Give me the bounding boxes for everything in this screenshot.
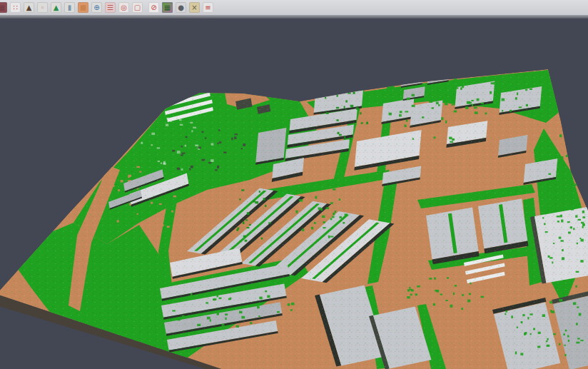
dem-surface-icon: ▲ (51, 2, 61, 13)
globe-icon[interactable]: ⊕ (91, 2, 102, 13)
tie-points-icon[interactable]: ∷ (10, 2, 21, 13)
application-window: ▦∷▲◦▲▮■⊕☰◎▢⊘▦●×≡ (0, 0, 588, 369)
project-icon: ▦ (0, 2, 7, 13)
target-circle-icon[interactable]: ◎ (118, 2, 129, 13)
measure-icon: × (189, 2, 200, 13)
globe-icon: ⊕ (91, 2, 102, 13)
tie-points-icon: ∷ (10, 2, 21, 13)
terrain-mound-icon: ▲ (24, 2, 34, 13)
attribute-table-icon: ☰ (105, 2, 116, 13)
flag-stripes-icon[interactable]: ≡ (203, 2, 213, 13)
toolbar-border (0, 15, 588, 19)
profile-panel-icon: ▮ (64, 2, 75, 13)
measure-icon[interactable]: × (189, 2, 200, 13)
clear-classification-icon: ⊘ (148, 2, 159, 13)
project-icon[interactable]: ▦ (0, 2, 7, 13)
profile-panel-icon[interactable]: ▮ (64, 2, 75, 13)
orthomosaic-icon: ■ (78, 2, 88, 13)
classification-colors-icon: ▦ (162, 2, 173, 13)
toolbar-icons: ▦∷▲◦▲▮■⊕☰◎▢⊘▦●×≡ (0, 2, 215, 13)
clear-classification-icon[interactable]: ⊘ (148, 2, 159, 13)
terrain-mound-icon[interactable]: ▲ (24, 2, 34, 13)
dem-surface-icon[interactable]: ▲ (51, 2, 61, 13)
marker-point-icon[interactable]: ◦ (37, 2, 48, 13)
classification-colors-icon[interactable]: ▦ (162, 2, 173, 13)
target-circle-icon: ◎ (118, 2, 129, 13)
selection-region-icon: ▢ (132, 2, 143, 13)
marker-point-icon: ◦ (37, 2, 48, 13)
sphere-view-icon[interactable]: ● (176, 2, 186, 13)
sphere-view-icon: ● (176, 2, 186, 13)
flag-stripes-icon: ≡ (203, 2, 213, 13)
orthomosaic-icon[interactable]: ■ (78, 2, 88, 13)
attribute-table-icon[interactable]: ☰ (105, 2, 116, 13)
toolbar: ▦∷▲◦▲▮■⊕☰◎▢⊘▦●×≡ (0, 0, 588, 15)
selection-region-icon[interactable]: ▢ (132, 2, 143, 13)
3d-viewport[interactable] (0, 0, 588, 369)
